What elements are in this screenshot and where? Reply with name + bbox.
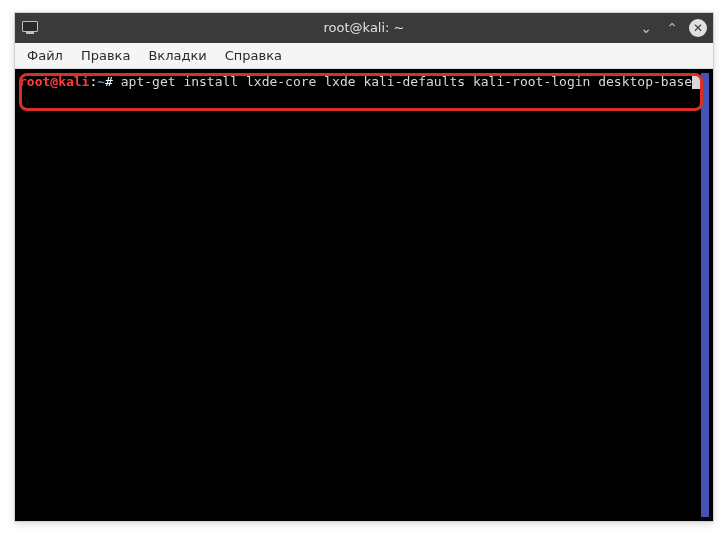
maximize-button[interactable]: ⌃ [663, 19, 681, 37]
menu-edit[interactable]: Правка [73, 45, 138, 66]
close-button[interactable]: ✕ [689, 19, 707, 37]
command-text: apt-get install lxde-core lxde kali-defa… [113, 74, 692, 89]
menu-help[interactable]: Справка [217, 45, 290, 66]
close-icon: ✕ [689, 19, 707, 37]
chevron-down-icon: ⌄ [640, 21, 652, 35]
prompt-user: root@kali [19, 74, 89, 89]
app-icon [21, 21, 39, 35]
window-controls: ⌄ ⌃ ✕ [637, 19, 707, 37]
titlebar[interactable]: root@kali: ~ ⌄ ⌃ ✕ [15, 13, 713, 43]
menu-tabs[interactable]: Вкладки [140, 45, 214, 66]
terminal-area[interactable]: root@kali:~# apt-get install lxde-core l… [15, 69, 713, 521]
scrollbar-thumb[interactable] [701, 73, 709, 517]
terminal-window: root@kali: ~ ⌄ ⌃ ✕ Файл Правка Вкладки С… [14, 12, 714, 522]
minimize-button[interactable]: ⌄ [637, 19, 655, 37]
window-title: root@kali: ~ [324, 20, 405, 35]
prompt-hash: # [105, 74, 113, 89]
terminal-content[interactable]: root@kali:~# apt-get install lxde-core l… [19, 73, 701, 517]
menubar: Файл Правка Вкладки Справка [15, 43, 713, 69]
scrollbar[interactable] [701, 73, 709, 517]
menu-file[interactable]: Файл [19, 45, 71, 66]
chevron-up-icon: ⌃ [666, 21, 678, 35]
prompt-path: ~ [97, 74, 105, 89]
monitor-icon [22, 21, 38, 34]
cursor [692, 75, 700, 89]
